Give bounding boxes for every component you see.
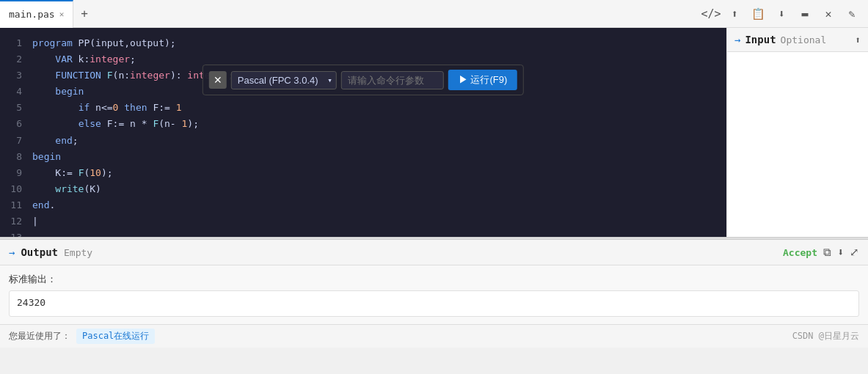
bottom-left: 您最近使用了： Pascal在线运行 bbox=[9, 329, 155, 344]
main-layout: 12345 678910 111213 program PP(input,out… bbox=[0, 28, 868, 237]
format-icon-button[interactable]: ▬ bbox=[795, 4, 815, 24]
output-empty-label: Empty bbox=[64, 247, 92, 258]
output-copy-icon[interactable]: ⧉ bbox=[823, 246, 831, 259]
cmd-args-input[interactable] bbox=[341, 71, 444, 89]
output-section: → Output Empty Accept ⧉ ⬇ ⤢ 标准输出： 24320 bbox=[0, 240, 868, 324]
run-button[interactable]: ▶ 运行(F9) bbox=[448, 70, 517, 90]
credit-text: CSDN @日星月云 bbox=[792, 330, 859, 342]
run-button-label: ▶ 运行(F9) bbox=[459, 73, 507, 87]
code-line-11: end. bbox=[26, 197, 726, 213]
output-arrow-icon: → bbox=[9, 246, 15, 258]
code-line-7: end; bbox=[26, 133, 726, 149]
copy-icon-button[interactable]: 📋 bbox=[748, 4, 768, 24]
input-panel-title: Input bbox=[745, 34, 776, 45]
code-line-9: K:= F(10); bbox=[26, 165, 726, 181]
output-title: Output bbox=[21, 246, 58, 258]
output-result: 24320 bbox=[9, 290, 859, 317]
accept-button[interactable]: Accept bbox=[783, 247, 817, 258]
recent-link[interactable]: Pascal在线运行 bbox=[76, 329, 155, 344]
input-panel-header: → Input Optional ⬆ bbox=[727, 28, 868, 52]
code-icon-button[interactable]: </> bbox=[701, 4, 721, 24]
output-content: 标准输出： 24320 bbox=[0, 265, 868, 324]
input-upload-icon[interactable]: ⬆ bbox=[855, 34, 861, 45]
upload-icon-button[interactable]: ⬆ bbox=[724, 4, 745, 24]
close-icon-button[interactable]: ✕ bbox=[818, 4, 839, 24]
code-line-8: begin bbox=[26, 149, 726, 165]
input-optional-label: Optional bbox=[781, 34, 827, 45]
format-icon: ▬ bbox=[801, 7, 808, 21]
top-toolbar: main.pas ✕ + </> ⬆ 📋 ⬇ ▬ ✕ ✎ bbox=[0, 0, 868, 28]
download-icon-button[interactable]: ⬇ bbox=[771, 4, 792, 24]
compile-bar: ✕ Pascal (FPC 3.0.4) C++17 (G++ 9.2.0) C… bbox=[203, 65, 524, 95]
download-icon: ⬇ bbox=[778, 7, 784, 21]
edit-icon: ✎ bbox=[848, 7, 855, 21]
close-icon: ✕ bbox=[825, 7, 831, 21]
code-line-12 bbox=[26, 213, 726, 230]
compiler-select[interactable]: Pascal (FPC 3.0.4) C++17 (G++ 9.2.0) C (… bbox=[231, 71, 337, 89]
tab-close-icon[interactable]: ✕ bbox=[59, 10, 65, 19]
tab-main-pas[interactable]: main.pas ✕ bbox=[0, 0, 73, 28]
upload-icon: ⬆ bbox=[731, 7, 737, 21]
input-panel: → Input Optional ⬆ bbox=[726, 28, 868, 237]
copy-icon: 📋 bbox=[751, 7, 765, 21]
output-expand-icon[interactable]: ⤢ bbox=[850, 246, 859, 259]
code-content: 12345 678910 111213 program PP(input,out… bbox=[0, 28, 726, 237]
code-line-6: else F:= n * F(n- 1); bbox=[26, 116, 726, 132]
edit-icon-button[interactable]: ✎ bbox=[842, 4, 862, 24]
compile-close-icon: ✕ bbox=[214, 74, 222, 86]
code-icon: </> bbox=[701, 7, 721, 21]
output-actions: Accept ⧉ ⬇ ⤢ bbox=[783, 246, 859, 259]
bottom-bar: 您最近使用了： Pascal在线运行 CSDN @日星月云 bbox=[0, 324, 868, 348]
code-line-1: program PP(input,output); bbox=[26, 35, 726, 51]
code-line-5: if n<=0 then F:= 1 bbox=[26, 100, 726, 116]
add-tab-icon: + bbox=[81, 7, 88, 21]
code-editor[interactable]: 12345 678910 111213 program PP(input,out… bbox=[0, 28, 726, 237]
output-download-icon[interactable]: ⬇ bbox=[837, 246, 844, 259]
code-text[interactable]: program PP(input,output); VAR k:integer;… bbox=[26, 28, 726, 237]
tab-label: main.pas bbox=[9, 9, 55, 20]
compiler-select-wrapper: Pascal (FPC 3.0.4) C++17 (G++ 9.2.0) C (… bbox=[231, 71, 337, 89]
line-numbers: 12345 678910 111213 bbox=[0, 28, 26, 237]
tab-bar: main.pas ✕ + bbox=[0, 0, 701, 28]
toolbar-icons: </> ⬆ 📋 ⬇ ▬ ✕ ✎ bbox=[701, 4, 868, 24]
compile-close-button[interactable]: ✕ bbox=[209, 71, 227, 89]
stdout-label: 标准输出： bbox=[9, 273, 859, 286]
input-arrow-icon: → bbox=[734, 34, 740, 45]
output-header: → Output Empty Accept ⧉ ⬇ ⤢ bbox=[0, 240, 868, 265]
input-text-area[interactable] bbox=[727, 52, 868, 237]
recent-label: 您最近使用了： bbox=[9, 330, 70, 342]
add-tab-button[interactable]: + bbox=[73, 0, 95, 28]
code-line-10: write(K) bbox=[26, 181, 726, 197]
